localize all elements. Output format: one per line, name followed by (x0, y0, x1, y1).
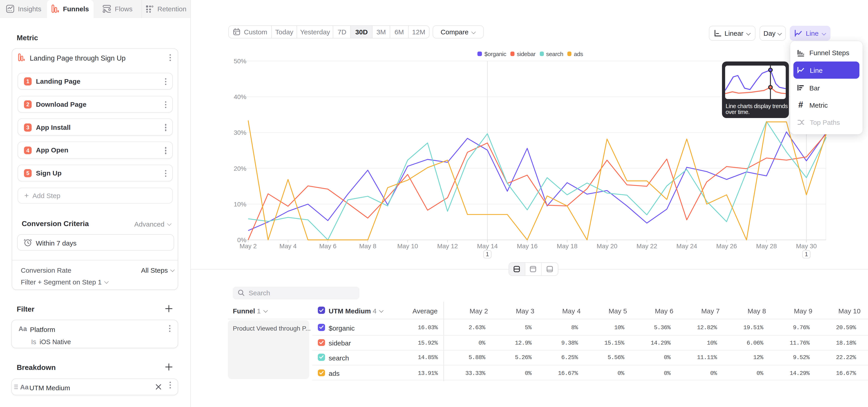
svg-text:May 30: May 30 (796, 243, 817, 250)
svg-text:30%: 30% (234, 129, 246, 136)
svg-text:May 16: May 16 (517, 243, 537, 250)
svg-text:May 28: May 28 (756, 243, 777, 250)
svg-text:May 8: May 8 (359, 243, 376, 250)
svg-text:May 6: May 6 (319, 243, 336, 250)
svg-text:1: 1 (486, 251, 489, 257)
svg-text:May 20: May 20 (596, 243, 617, 250)
svg-text:May 26: May 26 (716, 243, 737, 250)
svg-text:1: 1 (805, 251, 808, 257)
svg-text:May 18: May 18 (557, 243, 578, 250)
svg-text:May 22: May 22 (637, 243, 657, 250)
svg-text:May 4: May 4 (279, 243, 297, 250)
svg-text:May 12: May 12 (437, 243, 458, 250)
svg-text:May 2: May 2 (240, 243, 257, 250)
svg-text:20%: 20% (234, 165, 246, 172)
svg-text:May 14: May 14 (477, 243, 498, 250)
svg-text:May 24: May 24 (676, 243, 697, 250)
svg-text:May 10: May 10 (397, 243, 418, 250)
svg-text:40%: 40% (234, 93, 246, 100)
svg-text:50%: 50% (234, 58, 246, 65)
svg-text:10%: 10% (234, 201, 246, 208)
